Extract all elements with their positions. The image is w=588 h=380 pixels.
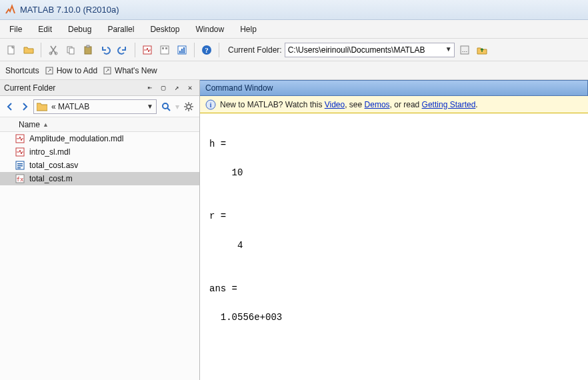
gear-icon[interactable] [182,100,195,113]
new-file-icon[interactable] [4,43,19,57]
menu-bar: File Edit Debug Parallel Desktop Window … [0,20,588,39]
file-row[interactable]: fxtotal_cost.m [0,172,199,185]
column-name-label: Name [19,120,40,129]
svg-line-28 [191,109,192,110]
toolbar-separator [194,43,195,57]
folder-breadcrumb: « MATLAB [51,102,143,111]
dropdown-arrow-icon: ▼ [147,103,153,110]
window-title: MATLAB 7.10.0 (R2010a) [20,5,119,15]
file-row[interactable]: intro_sl.mdl [0,145,199,159]
svg-rect-5 [85,47,91,54]
toolbar-separator [41,43,41,57]
file-type-icon [15,160,25,171]
help-icon[interactable]: ? [199,43,214,57]
file-list-column-header[interactable]: Name ▲ [0,117,199,132]
search-icon[interactable] [159,100,173,113]
file-name: Amplitude_modulation.mdl [29,134,123,143]
current-folder-panel: Current Folder ⇤ ▢ ↗ ✕ « MATLAB ▼ [0,80,200,380]
file-type-icon [15,133,25,144]
dock-toggle-icon[interactable]: ⇤ [145,83,155,93]
toolbar-separator [135,43,135,57]
svg-text:i: i [209,101,211,109]
file-name: total_cost.asv [29,161,78,170]
svg-rect-10 [165,47,167,49]
matlab-logo-icon [4,4,16,16]
nav-forward-icon[interactable] [19,101,31,113]
shortcut-how-to-add-label: How to Add [57,66,97,75]
info-getting-started-link[interactable]: Getting Started [422,100,476,109]
main-toolbar: ? Current Folder: ▼ … [0,39,588,61]
file-row[interactable]: total_cost.asv [0,159,199,172]
file-name: intro_sl.mdl [29,147,70,157]
command-window-panel: Command Window i New to MATLAB? Watch th… [200,80,588,380]
shortcut-how-to-add[interactable]: How to Add [45,66,97,75]
file-name: total_cost.m [29,174,73,183]
current-folder-panel-header: Current Folder ⇤ ▢ ↗ ✕ [0,80,199,96]
svg-rect-14 [183,47,185,53]
svg-text:…: … [461,47,467,53]
welcome-info-bar: i New to MATLAB? Watch this Video, see D… [200,96,588,113]
menu-file[interactable]: File [3,22,29,37]
current-folder-label: Current Folder: [228,45,282,55]
current-folder-field-wrap: ▼ [285,43,455,57]
svg-rect-8 [161,46,169,54]
command-window-output[interactable]: h = 10 r = 4 ans = 1.0556e+003 [200,113,588,380]
file-row[interactable]: Amplitude_modulation.mdl [0,132,199,145]
toolbar-separator: ▾ [175,102,179,111]
command-window-title: Command Window [205,83,273,93]
undo-icon[interactable] [98,43,113,57]
folder-up-icon[interactable] [475,43,489,57]
svg-text:fx: fx [17,176,24,183]
cut-icon[interactable] [46,43,61,57]
folder-icon [37,102,47,111]
file-type-icon: fx [15,173,25,184]
browse-folder-icon[interactable]: … [457,43,472,57]
svg-point-21 [163,103,168,109]
sort-asc-icon: ▲ [43,121,49,128]
open-folder-icon[interactable] [21,43,36,57]
toolbar-separator [219,43,219,57]
external-link-icon [103,66,112,75]
shortcut-whats-new-label: What's New [115,66,157,75]
title-bar: MATLAB 7.10.0 (R2010a) [0,0,588,20]
svg-rect-4 [69,48,74,54]
info-video-link[interactable]: Video [325,100,345,109]
svg-line-27 [185,103,187,105]
maximize-icon[interactable]: ↗ [171,83,182,93]
redo-icon[interactable] [115,43,130,57]
svg-rect-36 [17,167,21,169]
info-demos-link[interactable]: Demos [365,100,390,109]
command-window-header: Command Window [200,80,588,96]
content-area: Current Folder ⇤ ▢ ↗ ✕ « MATLAB ▼ [0,80,588,380]
menu-edit[interactable]: Edit [31,22,59,37]
svg-line-29 [191,103,192,105]
guide-icon[interactable] [157,43,172,57]
nav-back-icon[interactable] [4,101,16,113]
menu-debug[interactable]: Debug [61,22,98,37]
paste-icon[interactable] [81,43,95,57]
svg-rect-34 [17,163,23,165]
current-folder-panel-title: Current Folder [4,83,142,93]
menu-desktop[interactable]: Desktop [143,22,186,37]
svg-rect-12 [179,51,181,53]
shortcuts-bar: Shortcuts How to Add What's New [0,61,588,80]
folder-path-box[interactable]: « MATLAB ▼ [33,99,157,114]
simulink-icon[interactable] [140,43,155,57]
file-type-icon [15,147,25,157]
svg-rect-13 [181,49,183,53]
profiler-icon[interactable] [175,43,189,57]
svg-line-30 [185,109,187,110]
menu-parallel[interactable]: Parallel [101,22,141,37]
close-icon[interactable]: ✕ [185,83,195,93]
copy-icon[interactable] [63,43,78,57]
current-folder-input[interactable] [285,43,455,57]
shortcut-whats-new[interactable]: What's New [103,66,157,75]
file-list: Amplitude_modulation.mdlintro_sl.mdltota… [0,132,199,380]
menu-help[interactable]: Help [233,22,263,37]
menu-window[interactable]: Window [189,22,231,37]
svg-rect-9 [162,47,164,49]
svg-rect-6 [87,45,89,47]
shortcuts-label: Shortcuts [5,66,39,75]
minimize-icon[interactable]: ▢ [158,83,169,93]
svg-point-22 [187,105,191,109]
